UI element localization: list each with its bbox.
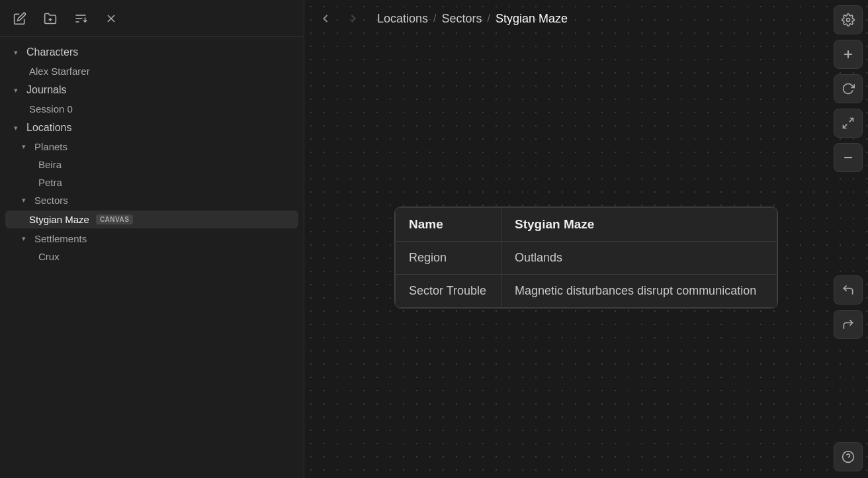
sort-icon[interactable] [71,9,90,28]
zoom-out-button[interactable] [834,143,863,172]
breadcrumb-sectors[interactable]: Sectors [442,12,482,26]
table-key-sector-trouble: Sector Trouble [396,275,501,308]
forward-button[interactable] [343,8,364,29]
close-icon[interactable] [102,9,120,28]
svg-point-11 [847,19,850,22]
refresh-button[interactable] [834,74,863,103]
main-content: Locations / Sectors / Stygian Maze Name [304,0,868,478]
sidebar-subsection-settlements[interactable]: ▾ Settlements [0,230,304,248]
sidebar-item-alex-starfarer[interactable]: Alex Starfarer [0,62,304,80]
nav-arrows [315,8,364,29]
table-row: Sector Trouble Magnetic disturbances dis… [396,275,777,308]
svg-line-15 [844,124,847,128]
add-button[interactable] [834,40,863,69]
table-key-name: Name [396,208,501,242]
chevron-down-icon: ▾ [19,234,29,244]
sidebar-item-beira[interactable]: Beira [0,156,304,173]
settings-button[interactable] [834,5,863,34]
info-card: Name Stygian Maze Region Outlands [394,207,778,309]
redo-button[interactable] [834,310,863,339]
sidebar-item-session-0[interactable]: Session 0 [0,100,304,118]
sidebar-item-crux[interactable]: Crux [0,248,304,265]
sidebar-section-journals[interactable]: ▾ Journals [0,80,304,100]
sidebar-item-stygian-maze[interactable]: Stygian Maze CANVAS [5,211,298,228]
chevron-down-icon: ▾ [19,195,29,206]
info-table: Name Stygian Maze Region Outlands [395,207,777,308]
chevron-down-icon: ▾ [19,142,29,152]
add-folder-icon[interactable] [41,9,60,28]
breadcrumb-current: Stygian Maze [496,12,568,26]
help-button[interactable] [834,442,863,471]
breadcrumb: Locations / Sectors / Stygian Maze [377,12,836,26]
back-button[interactable] [315,8,336,29]
table-value-sector-trouble: Magnetic disturbances disrupt communicat… [501,275,777,308]
right-toolbar [828,0,868,478]
breadcrumb-locations[interactable]: Locations [377,12,428,26]
svg-line-14 [849,119,853,122]
main-header: Locations / Sectors / Stygian Maze [304,0,868,37]
undo-button[interactable] [834,275,863,305]
edit-icon[interactable] [11,9,29,28]
table-row: Region Outlands [396,242,777,275]
sidebar-subsection-planets[interactable]: ▾ Planets [0,138,304,156]
canvas-badge: CANVAS [96,215,133,224]
table-key-region: Region [396,242,501,275]
chevron-down-icon: ▾ [11,85,21,95]
breadcrumb-sep-1: / [433,13,436,24]
table-value-region: Outlands [501,242,777,275]
sidebar: ▾ Characters Alex Starfarer ▾ Journals S… [0,0,304,478]
fullscreen-button[interactable] [834,109,863,138]
table-row: Name Stygian Maze [396,208,777,242]
sidebar-tree: ▾ Characters Alex Starfarer ▾ Journals S… [0,37,304,478]
table-value-name: Stygian Maze [501,208,777,242]
sidebar-section-locations[interactable]: ▾ Locations [0,118,304,138]
sidebar-toolbar [0,0,304,37]
sidebar-section-characters[interactable]: ▾ Characters [0,42,304,62]
canvas-area: Name Stygian Maze Region Outlands [304,37,868,478]
sidebar-subsection-sectors[interactable]: ▾ Sectors [0,191,304,209]
chevron-down-icon: ▾ [11,47,21,58]
sidebar-item-petra[interactable]: Petra [0,173,304,191]
breadcrumb-sep-2: / [488,13,490,24]
chevron-down-icon: ▾ [11,122,21,133]
